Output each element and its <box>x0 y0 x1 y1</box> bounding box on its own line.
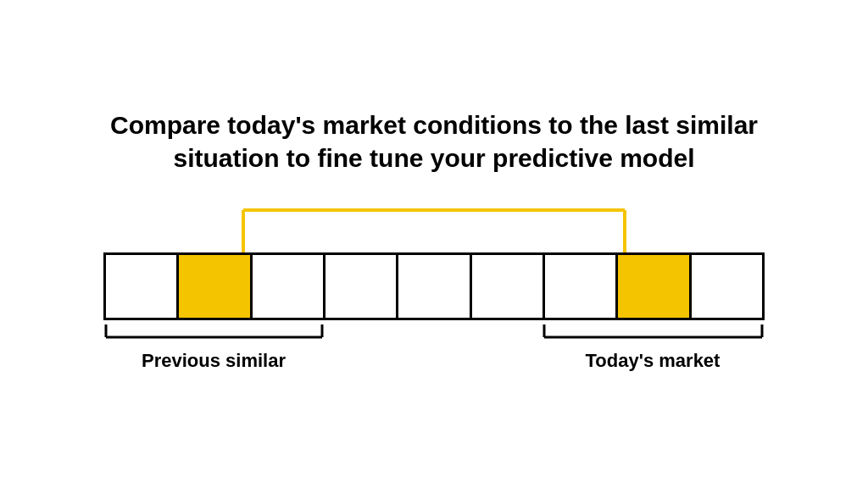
cell-4 <box>326 255 398 318</box>
svg-text:Today's market: Today's market <box>586 350 721 371</box>
title-line1: Compare today's market conditions to the… <box>110 111 758 139</box>
connector-svg <box>146 202 722 252</box>
cell-6 <box>472 255 545 318</box>
below-brackets-svg: Previous similar Today's market <box>103 320 765 380</box>
cell-9 <box>692 255 762 318</box>
cell-7 <box>545 255 618 318</box>
main-container: Compare today's market conditions to the… <box>53 108 815 380</box>
cell-8-highlighted <box>618 255 691 318</box>
connector-wrapper <box>146 202 722 252</box>
diagram-area: Previous similar Today's market <box>53 202 815 380</box>
cell-3 <box>253 255 326 318</box>
cell-1 <box>106 255 179 318</box>
timeline <box>103 252 765 320</box>
title-line2: situation to fine tune your predictive m… <box>173 144 694 172</box>
cell-2-highlighted <box>179 255 252 318</box>
cell-5 <box>398 255 471 318</box>
main-title: Compare today's market conditions to the… <box>110 108 758 175</box>
svg-text:Previous similar: Previous similar <box>142 350 286 371</box>
